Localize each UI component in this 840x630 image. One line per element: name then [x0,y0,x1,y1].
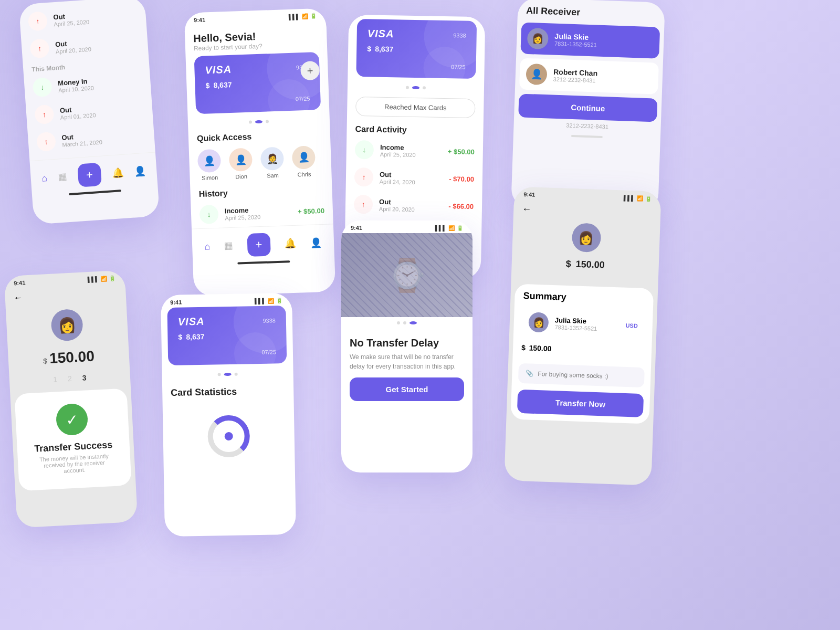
receiver-robert-num: 3212-2232-8431 [553,76,597,84]
usd-badge: USD [625,322,638,329]
activity-date-1: April 25, 2020 [380,151,442,158]
visa-label: VISA [205,64,232,77]
status-icons-5: ▌▌▌ 📶 🔋 [88,275,116,282]
ntd-title: No Transfer Delay [341,329,472,352]
reached-max-button[interactable]: Reached Max Cards [355,97,476,118]
wifi8: 📶 [637,195,643,201]
summary-card: Summary 👩 Julia Skie 7831-1352-5521 USD … [510,284,654,424]
get-started-button[interactable]: Get Started [350,377,464,401]
receiver-robert-info: Robert Chan 3212-2232-8431 [553,68,597,84]
activity-icon-3: ↑ [354,195,373,214]
wifi-icon: 📶 [302,13,308,19]
currency-big: $ [43,356,48,365]
receiver-robert[interactable]: 👤 Robert Chan 3212-2232-8431 [519,58,659,94]
amount-big: 150.00 [49,348,94,366]
profile-nav-icon[interactable]: 👤 [310,237,322,249]
card-statistics-phone: 9:41 ▌▌▌ 📶 🔋 VISA 9338 $ 8,637 07/25 Car… [161,293,296,537]
continue-button[interactable]: Continue [518,93,657,122]
card6-number: 9338 [262,317,276,323]
add-button[interactable]: + [77,163,102,187]
home-icon[interactable]: ⌂ [41,172,47,184]
contact-sam[interactable]: 🤵 Sam [260,146,285,178]
status-icons-8: ▌▌▌ 📶 🔋 [624,195,652,202]
nav-add-button[interactable]: + [247,233,271,257]
card-stats-title: Card Statistics [162,379,294,403]
contact-name-simon: Simon [202,174,218,181]
time-7: 9:41 [351,225,362,231]
bell-icon[interactable]: 🔔 [111,167,123,179]
home-nav-icon[interactable]: ⌂ [204,241,211,252]
summary-avatar-row: 👩 [512,218,660,257]
activity-label-3: Out [379,197,443,206]
tx-icon-in: ↓ [33,77,52,97]
signal-icon: ▌▌▌ [289,14,300,20]
signal6: ▌▌▌ [255,298,266,303]
ntd-sub: We make sure that will be no transfer de… [341,352,472,377]
contact-simon[interactable]: 👤 Simon [197,149,222,181]
dot6-1 [218,373,221,376]
back-arrow[interactable]: ← [13,292,23,304]
success-card: ✓ Transfer Success The money will be ins… [14,388,131,491]
contact-name-dion: Dion [235,173,247,180]
transfer-now-button[interactable]: Transfer Now [517,390,644,417]
history-tx-row: ↓ Income April 25, 2020 + $50.00 [191,196,333,228]
card6-currency: $ [178,333,182,341]
wifi6: 📶 [268,298,274,303]
tx-info-3: Money In April 10, 2020 [58,73,142,93]
dot3-active [412,86,419,89]
activity-amount-1: + $50.00 [448,148,475,156]
tx-info-5: Out March 21, 2020 [61,128,146,148]
battery6: 🔋 [276,298,282,303]
card6-container: VISA 9338 $ 8,637 07/25 [161,306,293,370]
dots7 [341,317,472,329]
signal7: ▌▌▌ [435,225,446,231]
no-transfer-delay-phone: 9:41 ▌▌▌ 📶 🔋 ⌚ No Transfer Delay We make… [341,220,472,472]
dot6-3 [235,373,238,376]
time: 9:41 [194,16,205,23]
activity-amount-3: - $66.00 [448,202,474,211]
activity-row-3: ↑ Out April 20, 2020 - $66.00 [345,191,482,220]
battery-icon: 🔋 [310,13,317,19]
card-amount: $ 8,637 [205,77,310,97]
time-8: 9:41 [523,191,535,198]
chart-nav-icon[interactable]: ▦ [224,240,234,252]
receiver-julia-info: Julia Skie 7831-1352-5521 [554,32,597,48]
stats-icon[interactable]: ▦ [58,171,67,183]
add-card-button[interactable]: + [300,61,320,80]
tx-info-2: Out April 20, 2020 [55,35,140,55]
receiver-julia-active[interactable]: 👩 Julia Skie 7831-1352-5521 [520,22,660,58]
transfer-hero-image: ⌚ [341,233,472,317]
summary-amount-display: $ 150.00 [511,251,659,285]
home-indicator-1 [237,260,290,264]
greeting: Hello, Sevia! Ready to start your day? [184,20,327,56]
profile-icon[interactable]: 👤 [134,165,146,177]
summary-amount-row: $ 150.00 [512,340,652,365]
step-2: 2 [68,374,72,383]
tx-icon-out3: ↑ [34,104,54,124]
transaction-list-phone: ↑ Out April 25, 2020 ↑ Out April 20, 202… [19,0,160,225]
activity-icon-1: ↓ [355,140,374,160]
status-icons: ▌▌▌ 📶 🔋 [289,13,317,20]
receiver-julia-num: 7831-1352-5521 [554,40,597,48]
donut-chart [163,401,295,472]
bell-nav-icon[interactable]: 🔔 [284,238,296,250]
activity-info-1: Income April 25, 2020 [380,143,442,158]
activity-icon-2: ↑ [354,167,374,187]
back-arrow-8[interactable]: ← [522,204,532,215]
contact-name-sam: Sam [267,172,279,179]
wifi7: 📶 [448,225,455,231]
activity-info-2: Out April 24, 2020 [380,170,443,185]
dot3-3 [423,86,426,89]
dot7-1 [397,321,400,324]
card6-visa: VISA 9338 $ 8,637 07/25 [167,306,287,365]
contact-chris[interactable]: 👤 Chris [292,145,316,177]
dot-active [255,120,262,123]
card3-dots [348,81,484,95]
success-check-icon: ✓ [56,403,89,436]
battery7: 🔋 [457,225,463,231]
continue-button-container: Continue 3212-2232-8431 [518,93,657,134]
signal5: ▌▌▌ [88,276,99,282]
contact-dion[interactable]: 👤 Dion [229,148,253,180]
card3-expiry: 07/25 [367,62,466,70]
currency-symbol: $ [205,81,209,90]
